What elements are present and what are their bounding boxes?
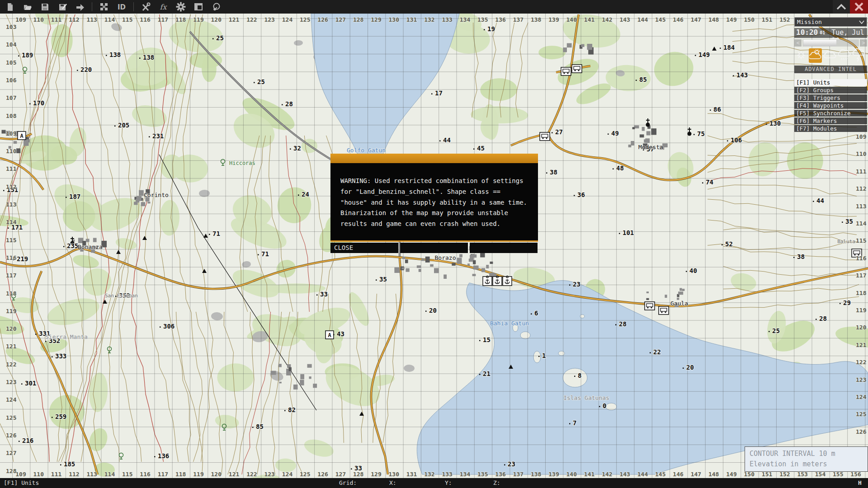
svg-text:108: 108 — [6, 113, 17, 119]
advanced-intel-header[interactable]: ADVANCED INTEL — [794, 66, 867, 74]
svg-text:136: 136 — [495, 16, 506, 23]
save-as-button[interactable] — [57, 1, 68, 13]
spot-height: 220 — [80, 66, 92, 73]
svg-text:143: 143 — [619, 471, 630, 478]
slider-track[interactable] — [802, 39, 859, 47]
spot-height: 36 — [577, 191, 585, 198]
svg-text:121: 121 — [856, 342, 867, 348]
spot-height: 138 — [109, 51, 121, 58]
slider-right-button[interactable]: > — [860, 39, 867, 47]
svg-text:126: 126 — [317, 471, 328, 478]
id-button[interactable]: ID — [116, 1, 127, 13]
bus-icon — [561, 67, 571, 75]
elevation-units-text: Elevation in meters — [750, 459, 863, 469]
mode-item-markers[interactable]: [F6] Markers — [794, 117, 867, 124]
svg-text:137: 137 — [513, 16, 524, 23]
new-file-icon — [5, 2, 14, 12]
spot-height: 8 — [578, 372, 581, 379]
svg-text:152: 152 — [779, 16, 790, 23]
mode-item-modules[interactable]: [F7] Modules — [794, 125, 867, 132]
grid-snap-button[interactable] — [98, 1, 110, 13]
spot-height: 333 — [55, 352, 66, 360]
svg-text:147: 147 — [691, 16, 701, 23]
spot-height: 32 — [293, 145, 301, 152]
spot-height: 25 — [216, 34, 224, 42]
svg-text:116: 116 — [6, 254, 17, 261]
svg-text:123: 123 — [6, 379, 16, 385]
mode-item-waypoints[interactable]: [F4] Waypoints — [794, 102, 867, 109]
collapse-window-button[interactable] — [833, 0, 850, 14]
svg-text:125: 125 — [6, 414, 16, 421]
spot-height: 44 — [443, 136, 451, 144]
svg-text:113: 113 — [856, 203, 866, 210]
svg-text:130: 130 — [389, 471, 400, 478]
svg-text:142: 142 — [602, 471, 612, 478]
open-folder-button[interactable] — [21, 1, 33, 13]
weather-selector — [794, 48, 867, 64]
svg-text:153: 153 — [797, 471, 807, 478]
export-button[interactable] — [74, 1, 86, 13]
spot-height: 20 — [429, 307, 437, 314]
tools-icon — [141, 2, 151, 12]
mission-dropdown-label: Mission — [797, 19, 822, 25]
place-label: Bonanza — [78, 244, 103, 250]
spot-height: 43 — [337, 330, 344, 338]
place-label: Islas Gatunas — [563, 394, 609, 401]
mode-item-groups[interactable]: [F2] Groups — [794, 87, 867, 94]
svg-text:132: 132 — [424, 471, 434, 478]
spot-height: 71 — [261, 250, 269, 258]
close-window-button[interactable] — [850, 0, 868, 14]
spot-height: 101 — [623, 229, 634, 236]
close-button[interactable]: CLOSE — [330, 243, 398, 253]
settings-button[interactable] — [175, 1, 187, 13]
svg-text:119: 119 — [193, 471, 203, 478]
dialog-blank-button[interactable] — [470, 243, 538, 253]
spot-height: 143 — [736, 71, 748, 79]
spot-height: 75 — [697, 130, 705, 137]
svg-text:124: 124 — [856, 394, 867, 400]
spot-height: 48 — [616, 164, 624, 172]
svg-text:129: 129 — [371, 16, 381, 23]
svg-text:150: 150 — [744, 471, 755, 478]
mode-item-synchronize[interactable]: [F5] Synchronize — [794, 110, 867, 117]
spot-height: 38 — [550, 169, 557, 176]
place-label: Sierra Manta — [45, 333, 88, 340]
svg-text:116: 116 — [140, 471, 151, 478]
spot-height: 130 — [769, 120, 781, 127]
slider-left-button[interactable]: < — [794, 39, 802, 47]
steam-button[interactable] — [210, 1, 222, 13]
svg-text:139: 139 — [548, 471, 559, 478]
status-y-label: Y: — [445, 479, 452, 486]
place-label: Baluta — [837, 239, 855, 244]
svg-text:A: A — [328, 332, 331, 338]
new-file-button[interactable] — [4, 1, 15, 13]
weather-cloudy-button[interactable] — [823, 48, 836, 63]
mode-item-units[interactable]: [F1] Units — [794, 79, 867, 86]
weather-rain-button[interactable] — [838, 48, 851, 63]
layout-button[interactable] — [193, 1, 204, 13]
svg-text:141: 141 — [584, 16, 595, 23]
bus-icon — [540, 132, 550, 141]
svg-text:118: 118 — [175, 16, 186, 23]
slider-handle[interactable] — [803, 40, 836, 46]
functions-button[interactable]: fx — [157, 1, 169, 13]
station-icon: A — [326, 331, 334, 339]
svg-text:122: 122 — [6, 361, 16, 368]
weather-sunny-button[interactable] — [794, 48, 807, 63]
save-button[interactable] — [39, 1, 51, 13]
bus-icon — [572, 65, 582, 73]
weather-partly-cloudy-button[interactable] — [809, 48, 822, 63]
mission-dropdown[interactable]: Mission — [794, 17, 867, 27]
dialog-blank-button[interactable] — [400, 243, 468, 253]
spot-height: 205 — [118, 122, 129, 129]
mode-item-triggers[interactable]: [F3] Triggers — [794, 94, 867, 101]
weather-storm-button[interactable] — [852, 48, 865, 63]
tools-button[interactable] — [140, 1, 151, 13]
cloudy-icon — [824, 48, 836, 63]
status-bar: [F1] Units Grid: X: Y: Z: H — [0, 478, 868, 488]
svg-text:123: 123 — [856, 376, 866, 383]
svg-text:fx: fx — [160, 3, 168, 11]
svg-text:109: 109 — [15, 471, 26, 478]
spot-height: 15 — [483, 336, 491, 343]
svg-text:142: 142 — [602, 16, 612, 23]
